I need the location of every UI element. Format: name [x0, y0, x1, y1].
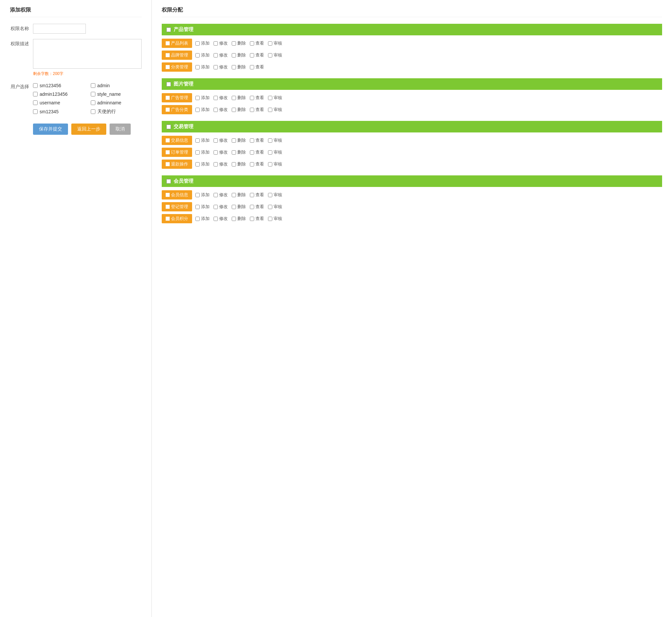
- checkbox-登记管理-查看[interactable]: [250, 205, 254, 209]
- checkbox-登记管理-修改[interactable]: [214, 205, 218, 209]
- checkbox-交易信息-查看[interactable]: [250, 139, 254, 143]
- section-checkbox-trade[interactable]: [166, 125, 171, 129]
- perm-check-品牌管理-删除: 删除: [232, 52, 246, 58]
- user-checkbox-u5[interactable]: [33, 100, 38, 105]
- checkbox-会员信息-添加[interactable]: [196, 193, 200, 197]
- user-checkbox-u7[interactable]: [33, 109, 38, 114]
- checkbox-订单管理-删除[interactable]: [232, 150, 236, 155]
- perm-label-会员信息-修改: 修改: [219, 192, 228, 198]
- checkbox-广告分类-查看[interactable]: [250, 108, 254, 112]
- checkbox-登记管理-审核[interactable]: [268, 205, 272, 209]
- checkbox-产品列表-删除[interactable]: [232, 41, 236, 46]
- perm-row-分类管理: 分类管理 添加 修改 删除 查看: [162, 62, 662, 72]
- checkbox-会员信息-修改[interactable]: [214, 193, 218, 197]
- checkbox-交易信息-修改[interactable]: [214, 139, 218, 143]
- checkbox-分类管理-删除[interactable]: [232, 65, 236, 69]
- user-label: 用户选择: [10, 82, 33, 90]
- perm-tag-登记管理: 登记管理: [162, 202, 192, 211]
- checkbox-品牌管理-添加[interactable]: [196, 53, 200, 57]
- checkbox-会员信息-审核[interactable]: [268, 193, 272, 197]
- perm-label-分类管理-查看: 查看: [256, 64, 264, 70]
- checkbox-广告管理-查看[interactable]: [250, 96, 254, 100]
- perm-check-产品列表-审核: 审核: [268, 40, 282, 46]
- user-checkbox-u3[interactable]: [33, 92, 38, 96]
- perm-row-产品列表: 产品列表 添加 修改 删除 查看 审核: [162, 39, 662, 48]
- section-label-members: 会员管理: [174, 178, 194, 184]
- checkbox-广告管理-删除[interactable]: [232, 96, 236, 100]
- perm-label-订单管理-添加: 添加: [201, 149, 210, 155]
- checkbox-广告分类-添加[interactable]: [196, 108, 200, 112]
- checkbox-退款操作-添加[interactable]: [196, 162, 200, 167]
- right-panel: 权限分配 产品管理产品列表 添加 修改 删除 查看 审核品牌管理 添加 修改 删…: [152, 0, 672, 617]
- section-checkbox-products[interactable]: [166, 27, 171, 32]
- checkbox-退款操作-删除[interactable]: [232, 162, 236, 167]
- checkbox-会员积分-删除[interactable]: [232, 217, 236, 221]
- save-button[interactable]: 保存并提交: [33, 124, 68, 135]
- user-checkbox-u4[interactable]: [91, 92, 95, 96]
- perm-label-广告分类-修改: 修改: [219, 107, 228, 113]
- checkbox-退款操作-查看[interactable]: [250, 162, 254, 167]
- checkbox-产品列表-添加[interactable]: [196, 41, 200, 46]
- checkbox-会员积分-修改[interactable]: [214, 217, 218, 221]
- checkbox-广告分类-审核[interactable]: [268, 108, 272, 112]
- name-input[interactable]: [33, 24, 86, 34]
- checkbox-产品列表-查看[interactable]: [250, 41, 254, 46]
- checkbox-交易信息-添加[interactable]: [196, 139, 200, 143]
- cancel-button[interactable]: 取消: [109, 124, 131, 135]
- perm-label-退款操作-修改: 修改: [219, 161, 228, 167]
- checkbox-退款操作-修改[interactable]: [214, 162, 218, 167]
- checkbox-会员积分-添加[interactable]: [196, 217, 200, 221]
- user-label-u6: adminname: [97, 100, 121, 106]
- section-checkbox-images[interactable]: [166, 82, 171, 86]
- checkbox-分类管理-添加[interactable]: [196, 65, 200, 69]
- checkbox-订单管理-修改[interactable]: [214, 150, 218, 155]
- section-checkbox-members[interactable]: [166, 179, 171, 184]
- checkbox-广告管理-修改[interactable]: [214, 96, 218, 100]
- checkbox-品牌管理-查看[interactable]: [250, 53, 254, 57]
- perm-check-产品列表-添加: 添加: [196, 40, 210, 46]
- checkbox-广告分类-删除[interactable]: [232, 108, 236, 112]
- user-checkbox-u1[interactable]: [33, 83, 38, 88]
- perm-label-广告管理-修改: 修改: [219, 95, 228, 101]
- checkbox-订单管理-审核[interactable]: [268, 150, 272, 155]
- perm-row-广告管理: 广告管理 添加 修改 删除 查看 审核: [162, 93, 662, 102]
- checkbox-广告管理-审核[interactable]: [268, 96, 272, 100]
- checkbox-品牌管理-审核[interactable]: [268, 53, 272, 57]
- checkbox-广告分类-修改[interactable]: [214, 108, 218, 112]
- checkbox-登记管理-添加[interactable]: [196, 205, 200, 209]
- checkbox-会员积分-审核[interactable]: [268, 217, 272, 221]
- checkbox-交易信息-审核[interactable]: [268, 139, 272, 143]
- perm-label-会员信息-添加: 添加: [201, 192, 210, 198]
- user-checkbox-u2[interactable]: [91, 83, 95, 88]
- checkbox-登记管理-删除[interactable]: [232, 205, 236, 209]
- desc-textarea[interactable]: [33, 39, 141, 69]
- perm-tag-广告管理: 广告管理: [162, 93, 192, 102]
- checkbox-会员信息-查看[interactable]: [250, 193, 254, 197]
- user-checkbox-u8[interactable]: [91, 109, 95, 114]
- perm-label-产品列表-查看: 查看: [256, 40, 264, 46]
- checkbox-分类管理-修改[interactable]: [214, 65, 218, 69]
- perm-check-登记管理-添加: 添加: [196, 204, 210, 210]
- perm-check-广告管理-删除: 删除: [232, 95, 246, 101]
- checkbox-订单管理-查看[interactable]: [250, 150, 254, 155]
- checkbox-品牌管理-修改[interactable]: [214, 53, 218, 57]
- section-header-members: 会员管理: [162, 175, 662, 187]
- checkbox-交易信息-删除[interactable]: [232, 139, 236, 143]
- perm-checks-广告管理: 添加 修改 删除 查看 审核: [196, 95, 282, 101]
- checkbox-退款操作-审核[interactable]: [268, 162, 272, 167]
- user-label-u1: sm123456: [40, 83, 61, 88]
- checkbox-会员信息-删除[interactable]: [232, 193, 236, 197]
- checkbox-产品列表-审核[interactable]: [268, 41, 272, 46]
- checkbox-分类管理-查看[interactable]: [250, 65, 254, 69]
- perm-row-登记管理: 登记管理 添加 修改 删除 查看 审核: [162, 202, 662, 211]
- section-label-images: 图片管理: [174, 81, 194, 87]
- user-label-u8: 天使的行: [97, 109, 116, 115]
- checkbox-广告管理-添加[interactable]: [196, 96, 200, 100]
- checkbox-会员积分-查看[interactable]: [250, 217, 254, 221]
- checkbox-产品列表-修改[interactable]: [214, 41, 218, 46]
- checkbox-订单管理-添加[interactable]: [196, 150, 200, 155]
- perm-tag-产品列表: 产品列表: [162, 39, 192, 48]
- checkbox-品牌管理-删除[interactable]: [232, 53, 236, 57]
- back-button[interactable]: 返回上一步: [71, 124, 106, 135]
- user-checkbox-u6[interactable]: [91, 100, 95, 105]
